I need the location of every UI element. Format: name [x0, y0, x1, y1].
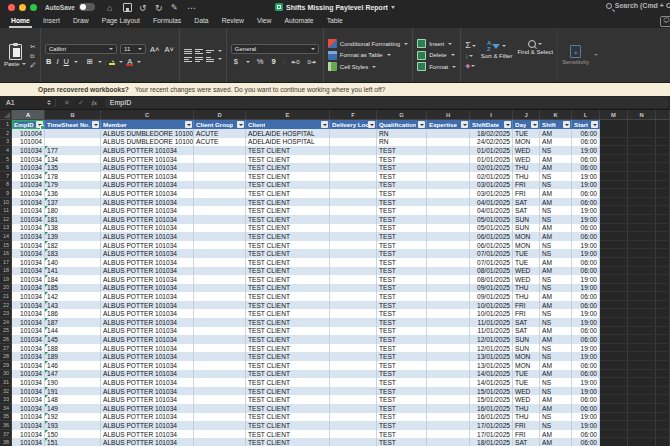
paste-button[interactable]: Paste — [4, 44, 26, 67]
cell[interactable]: ALBUS DUMBLEDORE 101004 — [101, 138, 194, 147]
empty-cell[interactable] — [628, 138, 656, 147]
empty-cell[interactable] — [628, 189, 656, 198]
empty-cell[interactable] — [628, 181, 656, 190]
cell[interactable]: 179 — [45, 181, 101, 190]
cell[interactable]: 06:00 — [572, 258, 600, 267]
empty-cell[interactable] — [600, 224, 628, 233]
cell[interactable]: TEST CLIENT — [246, 181, 330, 190]
table-header-empid[interactable]: EmpID — [12, 120, 45, 129]
cell[interactable]: TEST — [377, 387, 427, 396]
cell[interactable]: AM — [540, 138, 572, 147]
cell[interactable]: ALBUS POTTER 101034 — [101, 361, 194, 370]
cell[interactable]: TEST — [377, 361, 427, 370]
cell[interactable]: NS — [540, 318, 572, 327]
cell[interactable]: 101034 — [12, 224, 45, 233]
cell[interactable] — [330, 241, 377, 250]
empty-cell[interactable] — [628, 267, 656, 276]
cell[interactable]: TEST — [377, 395, 427, 404]
cell[interactable]: TEST CLIENT — [246, 155, 330, 164]
cut-icon[interactable]: ✂ — [30, 43, 36, 51]
cell[interactable]: 09/01/2025 — [470, 284, 513, 293]
cell[interactable]: TEST — [377, 163, 427, 172]
column-header-i[interactable]: I — [470, 110, 513, 119]
empty-cell[interactable] — [656, 352, 670, 361]
cell[interactable]: TEST — [377, 232, 427, 241]
cell[interactable]: ACUTE — [194, 129, 246, 138]
cell[interactable]: 19:00 — [572, 421, 600, 430]
cell[interactable]: TEST CLIENT — [246, 267, 330, 276]
cell[interactable]: 19:00 — [572, 352, 600, 361]
cell[interactable]: TEST — [377, 421, 427, 430]
empty-cell[interactable] — [628, 387, 656, 396]
cell[interactable]: FRI — [513, 421, 540, 430]
row-number[interactable]: 34 — [0, 404, 12, 413]
row-number[interactable]: 14 — [0, 232, 12, 241]
empty-cell[interactable] — [600, 155, 628, 164]
cell[interactable] — [194, 352, 246, 361]
cell[interactable]: TEST — [377, 301, 427, 310]
cell[interactable]: 06:00 — [572, 232, 600, 241]
redo-icon[interactable] — [155, 3, 164, 12]
empty-cell[interactable] — [628, 163, 656, 172]
empty-cell[interactable] — [656, 206, 670, 215]
empty-cell[interactable] — [656, 284, 670, 293]
cell[interactable]: 05/01/2025 — [470, 215, 513, 224]
column-header-f[interactable]: F — [330, 110, 377, 119]
cell[interactable] — [427, 275, 470, 284]
cell[interactable]: 101034 — [12, 404, 45, 413]
cell[interactable]: 101034 — [12, 206, 45, 215]
cell[interactable]: 137 — [45, 198, 101, 207]
cell[interactable] — [194, 309, 246, 318]
fill-icon[interactable]: ⤓ — [465, 52, 476, 60]
copy-icon[interactable]: ⧉ — [30, 53, 36, 60]
cell[interactable] — [330, 172, 377, 181]
empty-cell[interactable] — [600, 198, 628, 207]
cell[interactable]: 101034 — [12, 189, 45, 198]
cell[interactable] — [194, 335, 246, 344]
cell[interactable] — [194, 301, 246, 310]
close-window-button[interactable] — [8, 4, 15, 11]
empty-cell[interactable] — [628, 292, 656, 301]
cell[interactable]: NS — [540, 413, 572, 422]
cell[interactable]: ALBUS POTTER 101034 — [101, 241, 194, 250]
filter-dropdown-icon[interactable] — [531, 121, 538, 128]
tab-data[interactable]: Data — [194, 15, 208, 27]
cell[interactable]: AM — [540, 198, 572, 207]
cell[interactable]: 06/01/2025 — [470, 232, 513, 241]
fill-color-icon[interactable]: ◔ — [109, 58, 115, 65]
cell[interactable]: WED — [513, 275, 540, 284]
clear-icon[interactable]: ◈ — [465, 62, 476, 70]
empty-cell[interactable] — [600, 421, 628, 430]
empty-cell[interactable] — [600, 163, 628, 172]
cell[interactable]: 101034 — [12, 232, 45, 241]
sort-filter-button[interactable]: AZ Sort & Filter — [481, 40, 513, 60]
cell[interactable]: 17/01/2025 — [470, 430, 513, 439]
cell[interactable]: ALBUS POTTER 101034 — [101, 258, 194, 267]
cell[interactable]: ADELAIDE HOSPITAL — [246, 129, 330, 138]
cell[interactable]: 101034 — [12, 301, 45, 310]
cell[interactable]: 101034 — [12, 352, 45, 361]
cell[interactable]: 06:00 — [572, 361, 600, 370]
empty-cell[interactable] — [628, 327, 656, 336]
cell[interactable]: 101034 — [12, 155, 45, 164]
cell[interactable]: 101004 — [12, 138, 45, 147]
cell[interactable] — [194, 232, 246, 241]
cell[interactable] — [330, 421, 377, 430]
cell[interactable]: TEST — [377, 352, 427, 361]
cell[interactable]: ALBUS POTTER 101034 — [101, 172, 194, 181]
cell[interactable]: 140 — [45, 258, 101, 267]
cell[interactable]: 101034 — [12, 181, 45, 190]
empty-cell[interactable] — [600, 249, 628, 258]
cell[interactable] — [194, 327, 246, 336]
row-number[interactable]: 26 — [0, 335, 12, 344]
cell[interactable]: AM — [540, 430, 572, 439]
cell[interactable]: 19:00 — [572, 378, 600, 387]
cell[interactable]: 180 — [45, 206, 101, 215]
cell[interactable]: 16/01/2025 — [470, 404, 513, 413]
cell[interactable]: TEST CLIENT — [246, 215, 330, 224]
cell[interactable]: TEST — [377, 430, 427, 439]
cell[interactable]: 01/01/2025 — [470, 146, 513, 155]
empty-cell[interactable] — [656, 404, 670, 413]
cell[interactable]: 06:00 — [572, 404, 600, 413]
cell[interactable]: 181 — [45, 215, 101, 224]
